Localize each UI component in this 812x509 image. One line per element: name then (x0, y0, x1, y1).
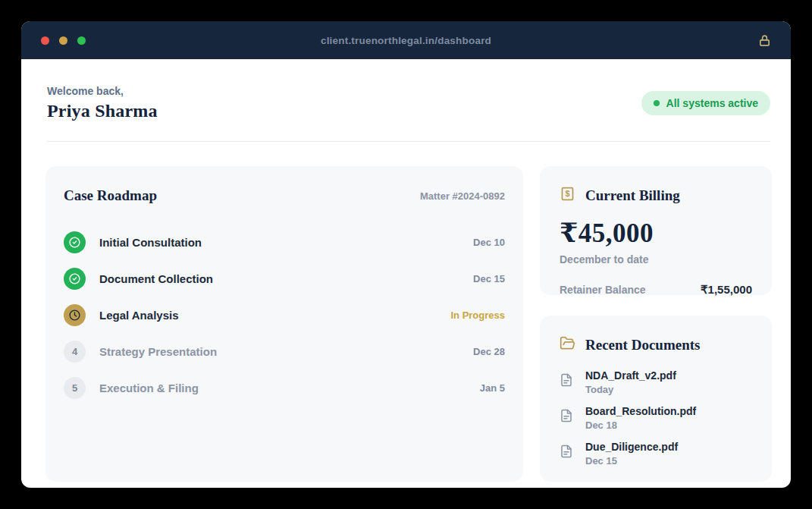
welcome-block: Welcome back, Priya Sharma (47, 85, 158, 121)
document-info: Due_Diligence.pdf Dec 15 (585, 441, 678, 467)
step-label: Document Collection (99, 272, 213, 285)
step-status: In Progress (450, 309, 505, 321)
document-date: Dec 15 (585, 455, 678, 467)
documents-title: Recent Documents (585, 337, 700, 353)
case-roadmap-card: Case Roadmap Matter #2024-0892 Initial C… (45, 166, 523, 482)
roadmap-step-document-collection[interactable]: Document Collection Dec 15 (64, 260, 505, 297)
file-text-icon (560, 408, 573, 426)
header-divider (47, 141, 770, 142)
document-date: Dec 18 (585, 419, 696, 431)
document-item[interactable]: NDA_Draft_v2.pdf Today (560, 369, 752, 395)
dashboard-content: Welcome back, Priya Sharma All systems a… (21, 59, 791, 482)
clock-icon (64, 304, 86, 326)
roadmap-title: Case Roadmap (64, 187, 157, 204)
billing-period: December to date (560, 253, 752, 265)
address-bar[interactable]: client.truenorthlegal.in/dashboard (21, 35, 791, 46)
roadmap-step-strategy-presentation[interactable]: 4 Strategy Presentation Dec 28 (64, 333, 505, 369)
page-header: Welcome back, Priya Sharma All systems a… (45, 82, 772, 121)
user-name: Priya Sharma (47, 101, 158, 121)
check-circle-icon (64, 231, 86, 253)
retainer-value: ₹1,55,000 (701, 283, 752, 297)
step-label: Execution & Filing (99, 382, 199, 394)
billing-amount: ₹45,000 (560, 217, 752, 249)
folder-open-icon (560, 335, 575, 354)
browser-titlebar: client.truenorthlegal.in/dashboard (21, 21, 791, 59)
step-date: Dec 28 (473, 346, 505, 357)
matter-reference: Matter #2024-0892 (420, 190, 505, 202)
document-info: NDA_Draft_v2.pdf Today (585, 369, 676, 395)
retainer-row: Retainer Balance ₹1,55,000 (560, 283, 752, 297)
roadmap-header: Case Roadmap Matter #2024-0892 (64, 187, 505, 204)
document-name: NDA_Draft_v2.pdf (585, 369, 676, 382)
retainer-label: Retainer Balance (560, 284, 646, 296)
file-text-icon (560, 372, 573, 391)
svg-text:$: $ (565, 189, 569, 198)
window-controls (41, 36, 86, 45)
document-name: Board_Resolution.pdf (585, 405, 696, 417)
step-label: Initial Consultation (99, 236, 202, 249)
document-info: Board_Resolution.pdf Dec 18 (585, 405, 696, 431)
dashboard-grid: Case Roadmap Matter #2024-0892 Initial C… (45, 166, 772, 482)
roadmap-step-initial-consultation[interactable]: Initial Consultation Dec 10 (64, 224, 505, 260)
roadmap-step-execution-filing[interactable]: 5 Execution & Filing Jan 5 (64, 369, 505, 406)
billing-title: Current Billing (585, 187, 680, 204)
document-list: NDA_Draft_v2.pdf Today (560, 369, 752, 467)
file-text-icon (560, 444, 573, 462)
check-circle-icon (64, 268, 86, 290)
step-date: Jan 5 (480, 382, 505, 394)
right-column: $ Current Billing ₹45,000 December to da… (540, 166, 772, 482)
browser-window: client.truenorthlegal.in/dashboard Welco… (21, 21, 791, 488)
document-item[interactable]: Board_Resolution.pdf Dec 18 (560, 405, 752, 431)
documents-header: Recent Documents (560, 335, 752, 354)
greeting-text: Welcome back, (47, 85, 158, 97)
lock-icon (758, 34, 771, 47)
step-date: Dec 10 (473, 237, 505, 248)
current-billing-card: $ Current Billing ₹45,000 December to da… (540, 166, 772, 295)
banknote-icon: $ (560, 186, 575, 205)
roadmap-step-legal-analysis[interactable]: Legal Analysis In Progress (64, 297, 505, 333)
minimize-window-button[interactable] (59, 36, 67, 45)
document-item[interactable]: Due_Diligence.pdf Dec 15 (560, 441, 752, 467)
step-number-badge: 4 (64, 341, 86, 363)
status-badge-label: All systems active (666, 97, 758, 109)
status-dot-icon (654, 100, 660, 106)
billing-header: $ Current Billing (560, 186, 752, 205)
document-date: Today (585, 384, 676, 395)
step-label: Strategy Presentation (99, 345, 217, 358)
step-date: Dec 15 (473, 273, 505, 284)
recent-documents-card: Recent Documents (540, 316, 772, 482)
step-number-badge: 5 (64, 377, 86, 399)
close-window-button[interactable] (41, 36, 49, 45)
step-label: Legal Analysis (99, 309, 179, 322)
maximize-window-button[interactable] (77, 36, 86, 45)
document-name: Due_Diligence.pdf (585, 441, 678, 453)
status-badge: All systems active (641, 91, 770, 115)
